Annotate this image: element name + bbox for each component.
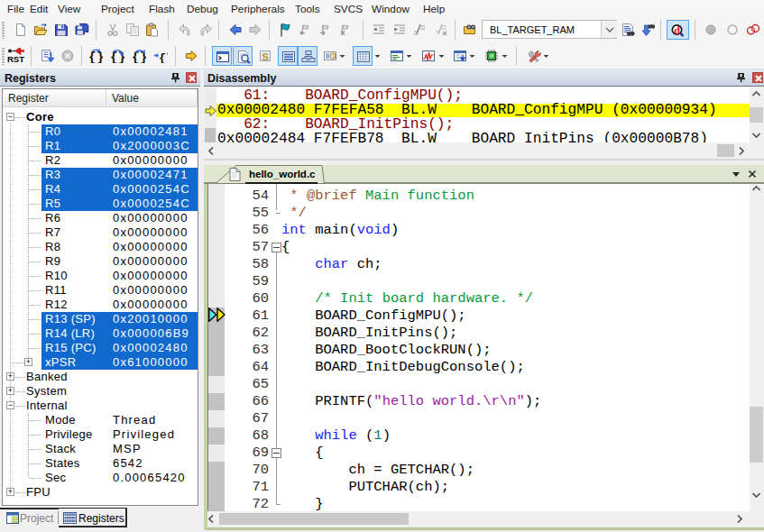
svg-text:{}: {} xyxy=(88,50,103,64)
svg-text:{}: {} xyxy=(159,51,168,64)
svg-text:d: d xyxy=(674,24,680,37)
svg-text:S: S xyxy=(262,51,269,62)
svg-text:RST: RST xyxy=(7,54,24,64)
